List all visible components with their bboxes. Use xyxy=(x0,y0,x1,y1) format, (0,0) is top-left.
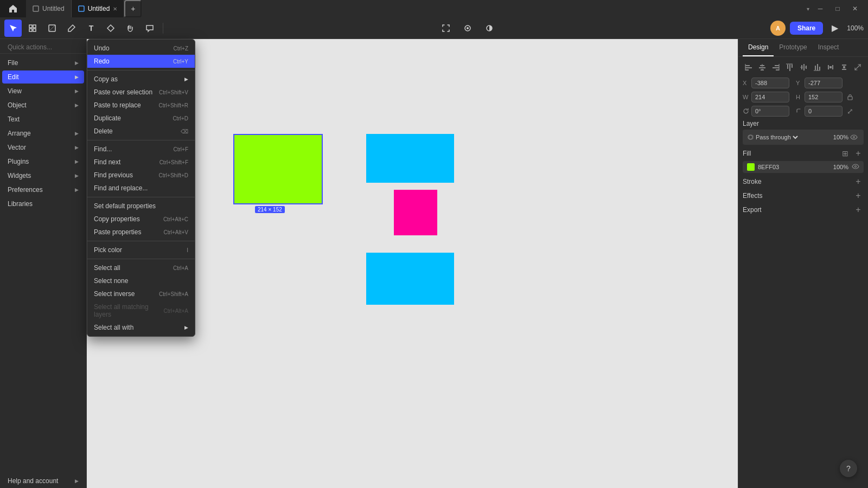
search-bar[interactable]: Ctrl+/ xyxy=(0,41,86,54)
pen-tool[interactable] xyxy=(63,20,80,37)
align-bottom-icon[interactable] xyxy=(811,61,823,73)
tab-design[interactable]: Design xyxy=(743,39,774,56)
dd-select-inverse[interactable]: Select inverse Ctrl+Shift+A xyxy=(87,287,195,300)
w-input[interactable] xyxy=(751,92,789,102)
x-input[interactable] xyxy=(751,78,789,88)
zoom-level[interactable]: 100% xyxy=(847,24,864,32)
fill-hex[interactable]: 8EFF03 xyxy=(758,164,830,170)
svg-rect-20 xyxy=(775,65,779,66)
comment-tool[interactable] xyxy=(141,20,158,37)
menu-item-arrange[interactable]: Arrange ▶ xyxy=(2,127,84,140)
cyan-top-rect[interactable] xyxy=(366,134,454,183)
dd-delete[interactable]: Delete ⌫ xyxy=(87,125,195,138)
frame-tool[interactable] xyxy=(24,20,41,37)
layer-mode-select[interactable]: Pass through Normal Darken Multiply Ligh… xyxy=(754,133,800,141)
home-button[interactable] xyxy=(0,0,26,17)
fit-view-icon[interactable] xyxy=(437,20,455,37)
distribute-h-icon[interactable] xyxy=(825,61,837,73)
tab2-close[interactable]: ✕ xyxy=(113,6,117,12)
menu-item-edit[interactable]: Edit ▶ xyxy=(2,70,84,84)
lime-rect[interactable] xyxy=(233,134,323,204)
dd-paste-replace[interactable]: Paste to replace Ctrl+Shift+R xyxy=(87,99,195,112)
dd-find-prev[interactable]: Find previous Ctrl+Shift+D xyxy=(87,169,195,182)
dd-pick-color[interactable]: Pick color I xyxy=(87,243,195,256)
dd-find-next[interactable]: Find next Ctrl+Shift+F xyxy=(87,156,195,169)
tab-2[interactable]: Untitled ✕ xyxy=(72,0,125,17)
align-center-v-icon[interactable] xyxy=(797,61,809,73)
tab-inspect[interactable]: Inspect xyxy=(813,39,845,56)
fill-visibility-icon[interactable] xyxy=(852,163,859,171)
cyan-bottom-rect[interactable] xyxy=(366,253,454,305)
dd-duplicate[interactable]: Duplicate Ctrl+D xyxy=(87,112,195,125)
visibility-icon[interactable] xyxy=(848,132,859,143)
components-icon[interactable] xyxy=(459,20,476,37)
dd-undo[interactable]: Undo Ctrl+Z xyxy=(87,42,195,55)
magenta-rect[interactable] xyxy=(394,190,437,235)
align-center-h-icon[interactable] xyxy=(756,61,768,73)
expand-icon[interactable]: ⤢ xyxy=(845,106,856,117)
menu-item-widgets[interactable]: Widgets ▶ xyxy=(2,169,84,182)
menu-item-plugins[interactable]: Plugins ▶ xyxy=(2,155,84,168)
preferences-arrow: ▶ xyxy=(75,187,79,192)
svg-rect-3 xyxy=(33,25,36,28)
svg-rect-38 xyxy=(829,66,832,68)
hand-tool[interactable] xyxy=(122,20,139,37)
play-button[interactable]: ▶ xyxy=(827,21,843,36)
vector-arrow: ▶ xyxy=(75,145,79,150)
menu-item-libraries[interactable]: Libraries xyxy=(2,197,84,210)
resize-icon[interactable] xyxy=(852,61,864,73)
fill-add-button[interactable]: + xyxy=(853,148,864,159)
dd-set-default[interactable]: Set default properties xyxy=(87,200,195,213)
fill-swatch[interactable] xyxy=(747,163,755,171)
dd-find[interactable]: Find... Ctrl+F xyxy=(87,143,195,156)
distribute-v-icon[interactable] xyxy=(838,61,850,73)
tab-1[interactable]: Untitled xyxy=(26,0,72,17)
effects-add-button[interactable]: + xyxy=(853,190,864,201)
minimize-button[interactable]: ─ xyxy=(814,2,827,15)
position-row: X Y xyxy=(743,78,864,88)
dd-paste-over[interactable]: Paste over selection Ctrl+Shift+V xyxy=(87,86,195,99)
stroke-add-button[interactable]: + xyxy=(853,176,864,187)
y-input[interactable] xyxy=(805,78,843,88)
layer-opacity: 100% xyxy=(833,134,848,140)
menu-item-vector[interactable]: Vector ▶ xyxy=(2,141,84,154)
menu-item-object[interactable]: Object ▶ xyxy=(2,99,84,112)
dd-select-none[interactable]: Select none xyxy=(87,274,195,287)
export-add-button[interactable]: + xyxy=(853,204,864,215)
menu-item-view[interactable]: View ▶ xyxy=(2,85,84,98)
menu-item-preferences[interactable]: Preferences ▶ xyxy=(2,183,84,196)
tab-prototype[interactable]: Prototype xyxy=(774,39,812,56)
h-input[interactable] xyxy=(805,92,843,102)
align-left-icon[interactable] xyxy=(743,61,755,73)
dropdown-arrow[interactable]: ▾ xyxy=(807,6,809,12)
menu-item-file[interactable]: File ▶ xyxy=(2,56,84,69)
menu-item-help[interactable]: Help and account ▶ xyxy=(2,474,84,487)
help-button[interactable]: ? xyxy=(840,460,857,477)
lock-ratio-icon[interactable] xyxy=(845,92,856,102)
shape-tool[interactable] xyxy=(43,20,61,37)
menu-item-text[interactable]: Text xyxy=(2,113,84,126)
fill-grid-icon[interactable]: ⊞ xyxy=(840,148,851,159)
move-tool[interactable] xyxy=(4,20,22,37)
component-tool[interactable] xyxy=(102,20,119,37)
dd-copy-as[interactable]: Copy as ▶ xyxy=(87,73,195,86)
dd-select-all[interactable]: Select all Ctrl+A xyxy=(87,261,195,274)
align-top-icon[interactable] xyxy=(783,61,795,73)
svg-rect-13 xyxy=(745,67,752,68)
dd-paste-props[interactable]: Paste properties Ctrl+Alt+V xyxy=(87,226,195,239)
dd-find-replace[interactable]: Find and replace... xyxy=(87,182,195,195)
dd-redo[interactable]: Redo Ctrl+Y xyxy=(87,55,195,68)
new-tab-button[interactable]: + xyxy=(124,0,142,17)
radius-input[interactable] xyxy=(805,106,843,117)
contrast-icon[interactable] xyxy=(481,20,498,37)
rotation-input[interactable] xyxy=(751,106,789,117)
share-button[interactable]: Share xyxy=(790,22,823,35)
align-right-icon[interactable] xyxy=(770,61,782,73)
dd-select-all-with[interactable]: Select all with ▶ xyxy=(87,321,195,334)
close-button[interactable]: ✕ xyxy=(848,2,861,15)
dd-copy-props[interactable]: Copy properties Ctrl+Alt+C xyxy=(87,213,195,226)
text-tool[interactable]: T xyxy=(82,20,100,37)
quick-actions-input[interactable] xyxy=(8,43,89,51)
avatar[interactable]: A xyxy=(770,21,786,36)
maximize-button[interactable]: □ xyxy=(831,2,844,15)
